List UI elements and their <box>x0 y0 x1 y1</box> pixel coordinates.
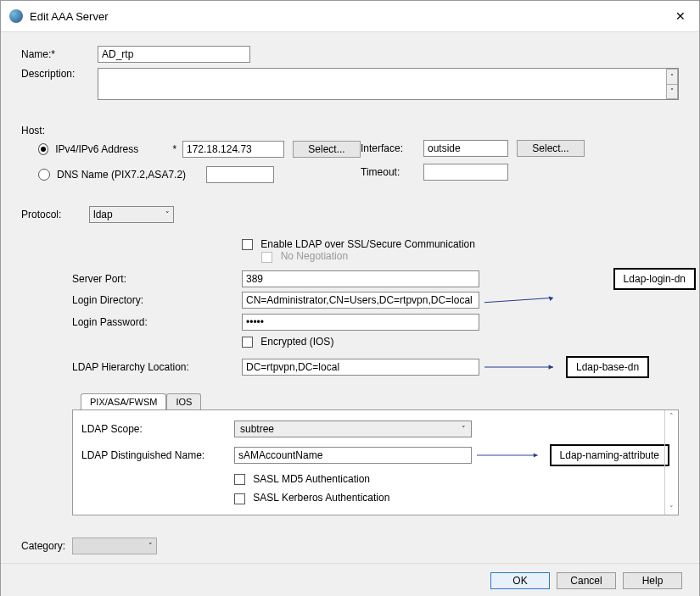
encrypted-label: Encrypted (IOS) <box>260 336 333 348</box>
chevron-down-icon: ˅ <box>462 425 466 433</box>
name-label: Name:* <box>21 48 98 60</box>
spin-up-icon[interactable]: ˄ <box>666 69 678 84</box>
app-icon <box>9 9 23 23</box>
close-button[interactable]: ✕ <box>670 6 691 26</box>
ldap-dn-label: LDAP Distinguished Name: <box>81 449 234 461</box>
dns-input[interactable] <box>206 166 274 183</box>
svg-marker-3 <box>549 365 553 369</box>
ip-select-button[interactable]: Select... <box>293 141 361 158</box>
ipv4-label: IPv4/IPv6 Address <box>55 143 171 155</box>
dns-label: DNS Name (PIX7.2,ASA7.2) <box>57 169 193 181</box>
scroll-up-icon[interactable]: ˄ <box>669 412 674 421</box>
login-directory-input[interactable] <box>242 292 479 309</box>
annotation-naming: Ldap-naming-attribute <box>550 444 669 466</box>
name-input[interactable] <box>98 46 250 63</box>
dialog-window: Edit AAA Server ✕ Name:* Description: ˄ … <box>0 0 700 596</box>
dialog-footer: OK Cancel Help <box>1 563 699 596</box>
tab-ios[interactable]: IOS <box>166 393 201 409</box>
login-password-label: Login Password: <box>72 316 242 328</box>
panel-scrollbar[interactable]: ˄ ˅ <box>664 410 678 515</box>
enable-ssl-label: Enable LDAP over SSL/Secure Communicatio… <box>260 238 475 250</box>
timeout-label: Timeout: <box>361 166 420 178</box>
svg-marker-5 <box>534 454 538 458</box>
protocol-select[interactable]: ldap ˅ <box>89 206 174 223</box>
timeout-input[interactable] <box>423 164 508 181</box>
chevron-down-icon: ˅ <box>148 542 153 550</box>
enable-ssl-checkbox[interactable] <box>242 239 253 250</box>
dns-radio[interactable] <box>38 169 50 181</box>
login-password-input[interactable] <box>242 314 479 331</box>
description-textarea[interactable] <box>98 68 679 100</box>
interface-label: Interface: <box>361 142 420 154</box>
ldap-scope-select[interactable]: subtree ˅ <box>234 421 472 437</box>
encrypted-checkbox[interactable] <box>242 337 253 348</box>
ldap-scope-label: LDAP Scope: <box>81 423 234 435</box>
no-negotiation-label: No Negotiation <box>281 250 348 262</box>
scroll-down-icon[interactable]: ˅ <box>669 504 674 513</box>
server-port-input[interactable] <box>242 270 479 287</box>
ok-button[interactable]: OK <box>490 572 550 589</box>
protocol-value: ldap <box>93 209 113 220</box>
category-label: Category: <box>21 540 65 552</box>
hierarchy-label: LDAP Hierarchy Location: <box>72 361 242 373</box>
description-label: Description: <box>21 68 98 80</box>
sasl-kerberos-label: SASL Kerberos Authentication <box>253 492 389 504</box>
tab-pix[interactable]: PIX/ASA/FWSM <box>81 393 166 409</box>
tab-panel: LDAP Scope: subtree ˅ LDAP Distinguished… <box>72 409 679 515</box>
annotation-base-dn: Ldap-base-dn <box>566 356 649 378</box>
no-negotiation-checkbox <box>261 252 272 263</box>
cancel-button[interactable]: Cancel <box>557 572 616 589</box>
annotation-login-dn: Ldap-login-dn <box>613 268 696 290</box>
sasl-md5-checkbox[interactable] <box>234 474 245 485</box>
spin-down-icon[interactable]: ˅ <box>666 84 678 100</box>
titlebar: Edit AAA Server ✕ <box>1 1 699 32</box>
svg-line-0 <box>484 298 553 302</box>
protocol-label: Protocol: <box>21 209 72 220</box>
arrow-icon <box>484 296 561 304</box>
interface-input[interactable] <box>423 140 508 157</box>
chevron-down-icon: ˅ <box>165 210 170 219</box>
arrow-icon <box>484 363 561 371</box>
window-title: Edit AAA Server <box>30 10 670 23</box>
ldap-scope-value: subtree <box>240 423 274 435</box>
interface-select-button[interactable]: Select... <box>517 140 585 157</box>
ip-input[interactable] <box>182 141 284 158</box>
sasl-kerberos-checkbox[interactable] <box>234 493 245 504</box>
ipv4-radio[interactable] <box>38 143 48 155</box>
svg-marker-1 <box>549 296 553 300</box>
host-label: Host: <box>21 125 361 136</box>
sasl-md5-label: SASL MD5 Authentication <box>253 473 370 485</box>
hierarchy-input[interactable] <box>242 359 479 376</box>
description-spinner[interactable]: ˄ ˅ <box>666 69 678 99</box>
content-area: Name:* Description: ˄ ˅ Host: IPv4/IPv6 … <box>1 32 699 563</box>
ldap-dn-input[interactable] <box>234 447 472 464</box>
ip-asterisk: * <box>171 143 179 155</box>
server-port-label: Server Port: <box>72 273 242 285</box>
arrow-icon <box>477 451 545 460</box>
category-select[interactable]: ˅ <box>72 538 157 554</box>
login-directory-label: Login Directory: <box>72 294 242 306</box>
help-button[interactable]: Help <box>623 572 682 589</box>
